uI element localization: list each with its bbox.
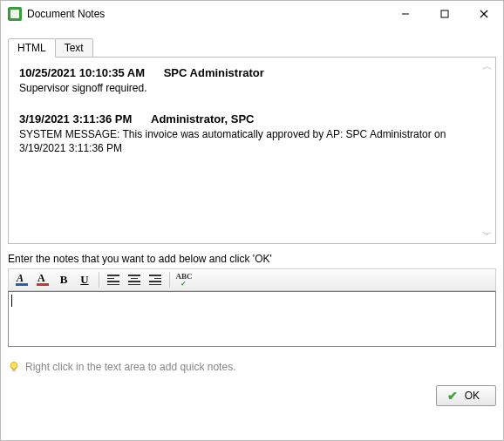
highlight-button[interactable]: A: [12, 271, 31, 288]
tabs-container: HTML Text 10/25/2021 10:10:35 AM SPC Adm…: [8, 37, 496, 244]
content-area: HTML Text 10/25/2021 10:10:35 AM SPC Adm…: [1, 27, 503, 413]
ok-button-label: OK: [465, 390, 480, 402]
tab-label: Text: [65, 42, 84, 54]
window-title: Document Notes: [27, 8, 385, 20]
maximize-button[interactable]: [425, 1, 464, 27]
lightbulb-icon: [8, 361, 20, 373]
note-header: 3/19/2021 3:11:36 PM Administrator, SPC: [19, 112, 478, 126]
highlight-icon: A: [15, 273, 29, 287]
note-body: SYSTEM MESSAGE: This invoice was automat…: [19, 127, 478, 155]
bold-icon: B: [60, 273, 68, 287]
spellcheck-icon: ABC✓: [175, 273, 192, 288]
instruction-text: Enter the notes that you want to add bel…: [8, 253, 496, 265]
window-controls: [385, 1, 503, 27]
scroll-up-icon[interactable]: ︿: [481, 61, 494, 71]
minimize-button[interactable]: [385, 1, 425, 27]
align-right-icon: [149, 275, 161, 285]
note-body: Supervisor signoff required.: [19, 81, 478, 95]
tab-text[interactable]: Text: [55, 38, 93, 58]
svg-rect-5: [13, 369, 16, 371]
spellcheck-button[interactable]: ABC✓: [174, 271, 194, 288]
toolbar-separator: [169, 272, 170, 288]
underline-button[interactable]: U: [75, 271, 94, 288]
font-color-icon: A: [36, 273, 50, 287]
note-entry: 10/25/2021 10:10:35 AM SPC Administrator…: [19, 66, 478, 95]
note-author: Administrator, SPC: [151, 112, 254, 126]
svg-rect-1: [441, 10, 448, 17]
text-caret: [11, 295, 12, 307]
note-header: 10/25/2021 10:10:35 AM SPC Administrator: [19, 66, 478, 79]
app-icon: [8, 7, 22, 21]
note-timestamp: 10/25/2021 10:10:35 AM: [19, 66, 145, 79]
align-left-icon: [107, 275, 119, 285]
hint-row: Right click in the text area to add quic…: [8, 361, 496, 373]
notes-input[interactable]: [8, 291, 496, 347]
button-bar: ✔ OK: [8, 385, 496, 406]
font-color-button[interactable]: A: [33, 271, 52, 288]
note-entry: 3/19/2021 3:11:36 PM Administrator, SPC …: [19, 112, 478, 155]
align-right-button[interactable]: [146, 271, 165, 288]
note-timestamp: 3/19/2021 3:11:36 PM: [19, 112, 132, 126]
title-bar: Document Notes: [1, 1, 503, 27]
scrollbar[interactable]: ︿ ﹀: [481, 58, 494, 243]
toolbar-separator: [99, 272, 99, 288]
underline-icon: U: [80, 273, 88, 287]
svg-point-4: [10, 363, 17, 370]
hint-text: Right click in the text area to add quic…: [25, 361, 235, 373]
check-icon: ✔: [447, 389, 458, 403]
bold-button[interactable]: B: [54, 271, 73, 288]
close-button[interactable]: [464, 1, 503, 27]
notes-list[interactable]: 10/25/2021 10:10:35 AM SPC Administrator…: [9, 58, 495, 243]
align-center-button[interactable]: [125, 271, 144, 288]
note-author: SPC Administrator: [164, 66, 264, 79]
editor-toolbar: A A B U ABC✓: [8, 268, 496, 291]
tab-html[interactable]: HTML: [8, 38, 56, 58]
scroll-down-icon[interactable]: ﹀: [481, 229, 494, 240]
tab-strip: HTML Text: [8, 37, 496, 57]
notes-panel: 10/25/2021 10:10:35 AM SPC Administrator…: [8, 57, 496, 244]
ok-button[interactable]: ✔ OK: [436, 385, 496, 406]
align-left-button[interactable]: [104, 271, 123, 288]
align-center-icon: [128, 275, 140, 285]
tab-label: HTML: [17, 42, 46, 54]
